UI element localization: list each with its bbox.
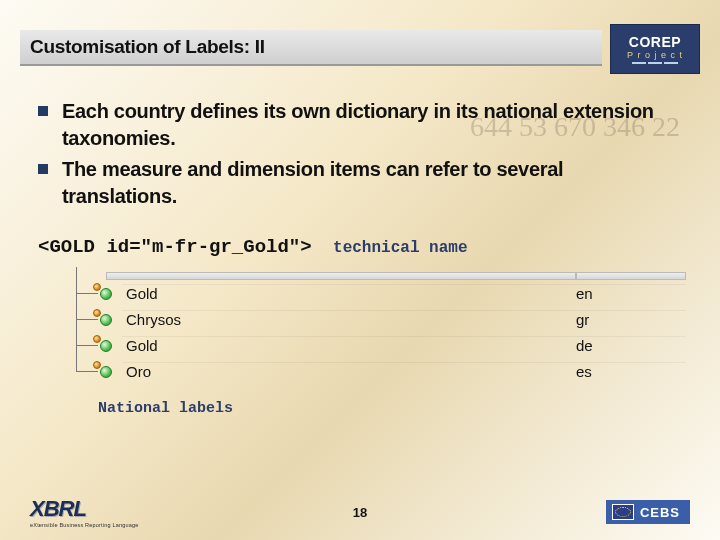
label-cell: Oro: [122, 362, 576, 380]
label-cell: Gold: [122, 336, 576, 354]
bullet-item: The measure and dimension items can refe…: [38, 156, 682, 210]
code-snippet: <GOLD id="m-fr-gr_Gold">: [38, 236, 312, 258]
corep-logo: COREP P r o j e c t: [610, 24, 700, 74]
slide-header: Customisation of Labels: II COREP P r o …: [0, 0, 720, 74]
table-row: Gold de: [66, 332, 686, 358]
labels-table: Gold en Chrysos gr Gold de Oro es: [66, 272, 686, 384]
label-cell: Chrysos: [122, 310, 576, 328]
lang-cell: gr: [576, 310, 686, 328]
table-row: Oro es: [66, 358, 686, 384]
tree-connector-icon: [66, 280, 122, 306]
code-snippet-line: <GOLD id="m-fr-gr_Gold"> technical name: [38, 236, 682, 258]
xbrl-logo-sub: eXtensible Business Reporting Language: [30, 522, 139, 528]
page-number: 18: [353, 505, 367, 520]
tree-connector-icon: [66, 306, 122, 332]
slide-title: Customisation of Labels: II: [20, 30, 602, 66]
lang-cell: en: [576, 284, 686, 302]
xbrl-logo-text: XBRL: [30, 496, 86, 522]
bullet-list: Each country defines its own dictionary …: [38, 98, 682, 210]
cebs-logo-text: CEBS: [640, 505, 680, 520]
cebs-logo: CEBS: [606, 500, 690, 524]
bullet-item: Each country defines its own dictionary …: [38, 98, 682, 152]
lang-cell: de: [576, 336, 686, 354]
slide-content: Each country defines its own dictionary …: [0, 74, 720, 417]
slide-footer: XBRL eXtensible Business Reporting Langu…: [0, 496, 720, 528]
corep-logo-bars-icon: [632, 62, 678, 64]
tree-connector-icon: [66, 332, 122, 358]
table-row: Chrysos gr: [66, 306, 686, 332]
corep-logo-text: COREP: [629, 34, 681, 50]
labels-table-header: [66, 272, 686, 280]
label-cell: Gold: [122, 284, 576, 302]
code-annotation: technical name: [333, 239, 467, 257]
eu-flag-icon: [612, 504, 634, 520]
tree-connector-icon: [66, 358, 122, 384]
national-labels-caption: National labels: [98, 400, 682, 417]
table-row: Gold en: [66, 280, 686, 306]
corep-logo-sub: P r o j e c t: [627, 50, 683, 60]
lang-cell: es: [576, 362, 686, 380]
xbrl-logo: XBRL eXtensible Business Reporting Langu…: [30, 496, 139, 528]
